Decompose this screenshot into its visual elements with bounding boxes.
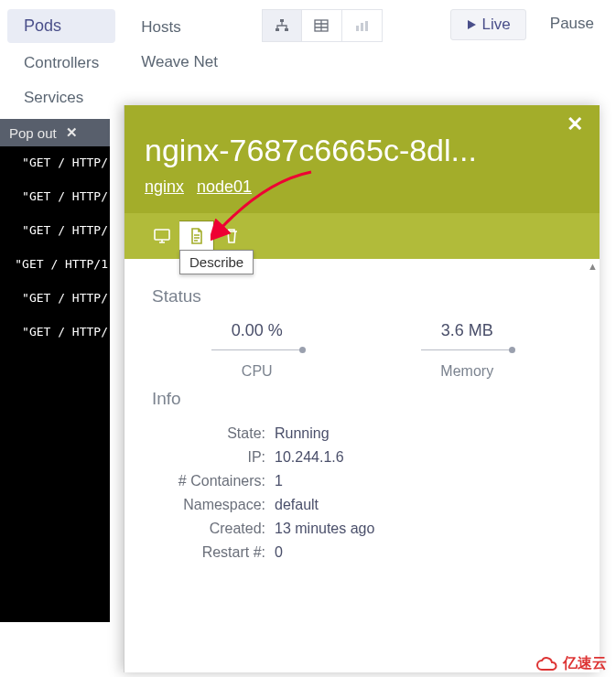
terminal-output[interactable]: "GET / HTTP/ "GET / HTTP/ "GET / HTTP/ "…: [0, 146, 110, 622]
nav-col-2: Hosts Weave Net: [124, 9, 234, 77]
link-nginx[interactable]: nginx: [145, 177, 184, 197]
info-key: Namespace:: [154, 497, 273, 519]
detail-body[interactable]: ▲ Status 0.00 % CPU 3.6 MB Memory Info S…: [124, 259, 600, 672]
terminal-line: "GET / HTTP/: [2, 223, 108, 237]
live-button[interactable]: Live: [450, 9, 526, 40]
table-row: State:Running: [154, 425, 570, 447]
play-icon: [466, 19, 477, 30]
nav-controllers[interactable]: Controllers: [7, 48, 115, 78]
svg-rect-5: [361, 23, 363, 31]
svg-rect-7: [155, 230, 169, 240]
close-icon[interactable]: ✕: [66, 124, 78, 141]
nav-col-1: Pods Controllers Services: [7, 9, 115, 113]
info-key: IP:: [154, 449, 273, 471]
memory-metric: 3.6 MB Memory: [421, 321, 513, 380]
sitemap-icon: [275, 18, 289, 33]
chart-view-button[interactable]: [342, 9, 383, 42]
view-toolbar: [262, 9, 383, 42]
info-val: 0: [275, 544, 570, 566]
info-val: default: [275, 497, 570, 519]
info-table: State:Running IP:10.244.1.6 # Containers…: [152, 424, 572, 568]
nav-services[interactable]: Services: [7, 83, 115, 113]
cpu-metric: 0.00 % CPU: [211, 321, 303, 380]
memory-value: 3.6 MB: [421, 321, 513, 340]
info-val: Running: [275, 425, 570, 447]
info-key: Created:: [154, 521, 273, 543]
terminal-panel: Pop out ✕ "GET / HTTP/ "GET / HTTP/ "GET…: [0, 119, 110, 622]
terminal-button[interactable]: [145, 220, 179, 252]
nav-pods[interactable]: Pods: [7, 9, 115, 43]
popout-label: Pop out: [9, 125, 57, 141]
svg-rect-4: [356, 26, 359, 31]
table-view-button[interactable]: [302, 9, 342, 42]
memory-label: Memory: [421, 363, 513, 380]
terminal-line: "GET / HTTP/: [2, 156, 108, 169]
table-row: Namespace:default: [154, 497, 570, 519]
scroll-indicator-icon: ▲: [588, 261, 598, 272]
playback-controls: Live Pause: [450, 9, 609, 40]
detail-links: nginx node01: [145, 177, 579, 197]
cpu-value: 0.00 %: [211, 321, 303, 340]
document-icon: [190, 228, 203, 244]
table-row: # Containers:1: [154, 473, 570, 495]
metrics-row: 0.00 % CPU 3.6 MB Memory: [152, 321, 572, 380]
svg-rect-2: [285, 28, 288, 31]
info-key: State:: [154, 425, 273, 447]
memory-slider[interactable]: [421, 349, 513, 350]
brand-watermark: 亿速云: [535, 654, 607, 673]
barchart-icon: [354, 18, 369, 33]
info-val: 10.244.1.6: [275, 449, 570, 471]
status-heading: Status: [152, 286, 572, 306]
cloud-icon: [535, 656, 559, 672]
terminal-line: "GET / HTTP/: [2, 325, 108, 338]
live-label: Live: [482, 16, 511, 34]
detail-header: ✕ nginx-7687c6665c-8dl... nginx node01: [124, 105, 600, 213]
table-row: IP:10.244.1.6: [154, 449, 570, 471]
popout-bar[interactable]: Pop out ✕: [0, 119, 110, 146]
nav-weave-net[interactable]: Weave Net: [124, 48, 234, 77]
describe-button[interactable]: [179, 220, 214, 252]
panel-overlay: Pop out ✕ "GET / HTTP/ "GET / HTTP/ "GET…: [0, 119, 616, 677]
nav-hosts[interactable]: Hosts: [124, 9, 234, 42]
cpu-label: CPU: [211, 363, 303, 380]
info-val: 13 minutes ago: [275, 521, 570, 543]
table-icon: [314, 18, 329, 33]
top-navbar: Pods Controllers Services Hosts Weave Ne…: [0, 0, 616, 113]
terminal-line: "GET / HTTP/: [2, 291, 108, 305]
close-button[interactable]: ✕: [567, 113, 583, 136]
svg-rect-0: [280, 19, 284, 22]
pause-button[interactable]: Pause: [535, 9, 609, 40]
info-key: # Containers:: [154, 473, 273, 495]
svg-rect-1: [276, 28, 279, 31]
brand-text: 亿速云: [563, 654, 607, 673]
pod-title: nginx-7687c6665c-8dl...: [145, 133, 579, 168]
svg-rect-6: [365, 21, 368, 31]
table-row: Restart #:0: [154, 544, 570, 566]
topology-view-button[interactable]: [262, 9, 302, 42]
table-row: Created:13 minutes ago: [154, 521, 570, 543]
action-row: Describe: [124, 213, 600, 259]
monitor-icon: [154, 229, 170, 243]
terminal-line: "GET / HTTP/1: [2, 257, 108, 271]
terminal-line: "GET / HTTP/: [2, 189, 108, 203]
info-key: Restart #:: [154, 544, 273, 566]
info-heading: Info: [152, 389, 572, 409]
info-val: 1: [275, 473, 570, 495]
trash-icon: [224, 228, 239, 244]
cpu-slider[interactable]: [211, 349, 303, 350]
link-node01[interactable]: node01: [197, 177, 252, 197]
delete-button[interactable]: [214, 220, 249, 252]
detail-panel: ✕ nginx-7687c6665c-8dl... nginx node01 D…: [124, 105, 600, 672]
